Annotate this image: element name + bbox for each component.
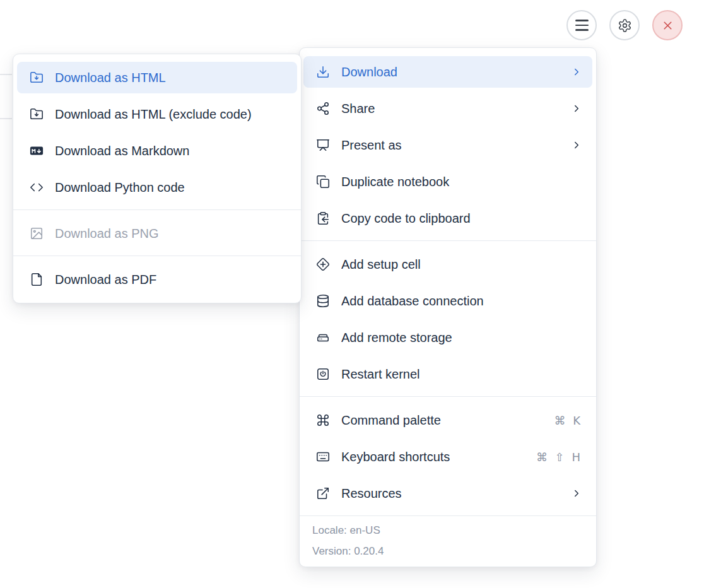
presentation-icon xyxy=(316,138,330,152)
command-icon xyxy=(316,413,330,427)
keyboard-icon xyxy=(316,450,330,464)
menu-item-command-palette[interactable]: Command palette⌘ K xyxy=(303,404,592,436)
power-square-icon xyxy=(316,367,330,381)
image-icon xyxy=(30,226,44,240)
menu-divider xyxy=(300,240,596,241)
menu-item-download-as-markdown[interactable]: Download as Markdown xyxy=(17,135,297,167)
shutdown-button[interactable] xyxy=(652,10,683,40)
menu-item-download-as-pdf[interactable]: Download as PDF xyxy=(17,264,297,295)
menu-item-label: Download Python code xyxy=(55,180,287,195)
menu-section: Command palette⌘ KKeyboard shortcuts⌘ ⇧ … xyxy=(300,404,596,509)
diamond-plus-icon xyxy=(316,257,330,271)
menu-item-label: Download as Markdown xyxy=(55,144,287,158)
folder-down-icon xyxy=(30,107,44,121)
menu-item-download-as-html[interactable]: Download as HTML xyxy=(17,62,297,93)
folder-down-icon xyxy=(30,71,44,85)
notebook-actions-menu: DownloadSharePresent asDuplicate noteboo… xyxy=(299,47,597,567)
menu-footer: Locale: en-US Version: 0.20.4 xyxy=(300,515,596,567)
menu-item-label: Download as PNG xyxy=(55,226,287,241)
external-link-icon xyxy=(316,486,330,500)
share-icon xyxy=(316,102,330,115)
menu-item-resources[interactable]: Resources xyxy=(303,478,592,509)
notebook-actions-menu-items: DownloadSharePresent asDuplicate noteboo… xyxy=(300,56,596,509)
menu-item-label: Copy code to clipboard xyxy=(341,211,582,226)
menu-item-restart-kernel[interactable]: Restart kernel xyxy=(303,358,592,390)
menu-item-label: Share xyxy=(341,102,563,116)
menu-section: Add setup cellAdd database connectionAdd… xyxy=(300,249,596,390)
menu-item-present-as[interactable]: Present as xyxy=(303,129,592,161)
menu-item-download-python-code[interactable]: Download Python code xyxy=(17,172,297,203)
menu-item-add-database-connection[interactable]: Add database connection xyxy=(303,285,592,317)
menu-item-label: Duplicate notebook xyxy=(341,175,582,189)
menu-item-label: Download as HTML xyxy=(55,71,287,85)
menu-item-download-as-html-exclude-code[interactable]: Download as HTML (exclude code) xyxy=(17,98,297,130)
background-cell-border xyxy=(0,118,12,119)
shortcut-hint: ⌘ K xyxy=(554,414,582,427)
code-icon xyxy=(30,180,44,194)
menu-item-copy-code-to-clipboard[interactable]: Copy code to clipboard xyxy=(303,203,592,234)
settings-button[interactable] xyxy=(609,10,640,40)
background-cell-border xyxy=(0,74,12,75)
menu-section: Download as PDF xyxy=(13,264,301,295)
notebook-menu-button[interactable] xyxy=(566,10,597,40)
menu-item-download-as-png: Download as PNG xyxy=(17,218,297,249)
menu-item-label: Download as PDF xyxy=(55,273,287,287)
hamburger-icon xyxy=(575,20,589,31)
menu-section: Download as HTMLDownload as HTML (exclud… xyxy=(13,62,301,203)
menu-item-label: Add remote storage xyxy=(341,331,582,345)
menu-item-share[interactable]: Share xyxy=(303,93,592,124)
chevron-right-icon xyxy=(571,103,582,114)
version-text: Version: 0.20.4 xyxy=(300,541,596,562)
menu-item-download[interactable]: Download xyxy=(303,56,592,88)
menu-item-label: Download as HTML (exclude code) xyxy=(55,107,287,122)
clipboard-copy-icon xyxy=(316,211,330,225)
download-icon xyxy=(316,65,330,79)
chevron-right-icon xyxy=(571,488,582,499)
hard-drive-icon xyxy=(316,331,330,344)
menu-item-label: Command palette xyxy=(341,413,546,428)
menu-divider xyxy=(300,396,596,397)
menu-item-label: Download xyxy=(341,65,563,79)
menu-divider xyxy=(13,209,301,210)
shortcut-hint: ⌘ ⇧ H xyxy=(536,450,582,464)
menu-item-add-setup-cell[interactable]: Add setup cell xyxy=(303,249,592,280)
menu-item-label: Resources xyxy=(341,486,563,501)
menu-item-keyboard-shortcuts[interactable]: Keyboard shortcuts⌘ ⇧ H xyxy=(303,441,592,473)
menu-item-label: Add setup cell xyxy=(341,257,582,272)
markdown-download-icon xyxy=(30,144,44,158)
menu-item-add-remote-storage[interactable]: Add remote storage xyxy=(303,322,592,353)
menu-section: Download as PNG xyxy=(13,218,301,249)
download-submenu-items: Download as HTMLDownload as HTML (exclud… xyxy=(13,62,301,295)
gear-icon xyxy=(618,18,632,33)
file-icon xyxy=(30,273,44,286)
database-icon xyxy=(316,294,330,308)
menu-item-duplicate-notebook[interactable]: Duplicate notebook xyxy=(303,166,592,197)
chevron-right-icon xyxy=(571,139,582,151)
download-submenu: Download as HTMLDownload as HTML (exclud… xyxy=(13,54,302,303)
close-icon xyxy=(661,19,674,32)
locale-text: Locale: en-US xyxy=(300,520,596,541)
chevron-right-icon xyxy=(571,66,582,78)
menu-item-label: Add database connection xyxy=(341,294,582,309)
menu-item-label: Restart kernel xyxy=(341,367,582,382)
menu-item-label: Keyboard shortcuts xyxy=(341,450,529,464)
menu-section: DownloadSharePresent asDuplicate noteboo… xyxy=(300,56,596,234)
menu-item-label: Present as xyxy=(341,138,563,153)
menu-divider xyxy=(13,256,301,256)
copy-icon xyxy=(316,175,330,189)
